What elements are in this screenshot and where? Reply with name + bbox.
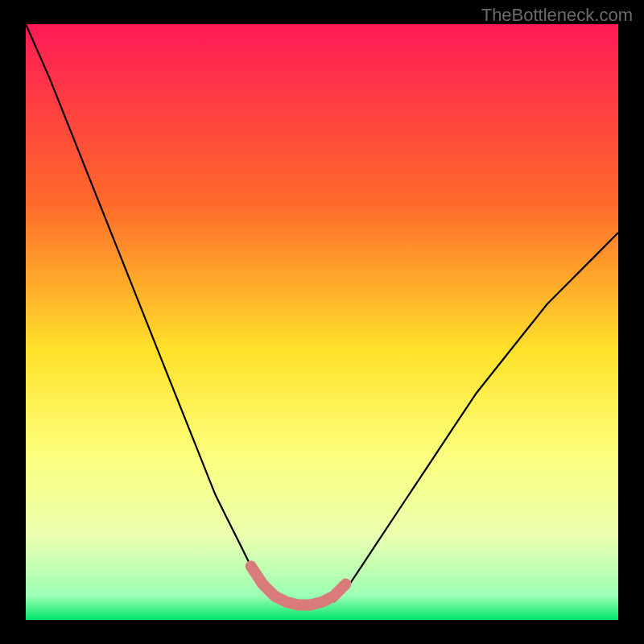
chart-svg: [26, 24, 618, 620]
chart-background: [26, 24, 618, 620]
chart-plot: [26, 24, 618, 620]
watermark-text: TheBottleneck.com: [481, 5, 633, 26]
